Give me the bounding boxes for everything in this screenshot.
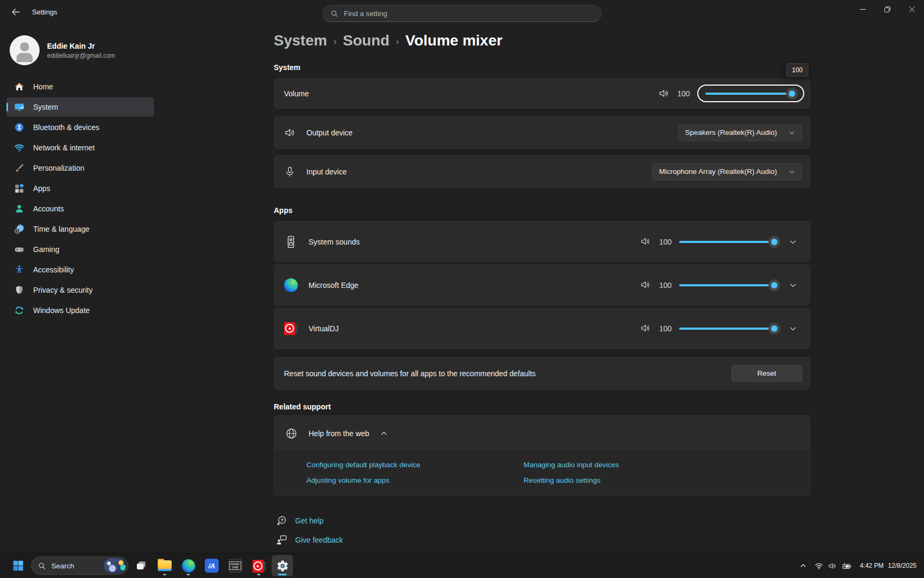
search-icon	[330, 10, 338, 18]
svg-text:?: ?	[281, 518, 283, 523]
sidebar-item-system[interactable]: System	[6, 97, 154, 117]
give-feedback-link[interactable]: Give feedback	[295, 536, 343, 544]
system-sounds-icon	[284, 235, 298, 249]
chevron-up-icon	[799, 562, 807, 569]
microsoft-edge-icon	[284, 278, 298, 292]
sidebar-item-label: Gaming	[33, 245, 59, 254]
sidebar-item-network-internet[interactable]: Network & internet	[6, 138, 154, 157]
minimize-button[interactable]	[850, 0, 875, 18]
give-feedback-row[interactable]: Give feedback	[276, 534, 810, 546]
search-highlight-image[interactable]	[104, 558, 126, 573]
speaker-output-icon	[284, 127, 296, 139]
taskbar-app-cluster: Search /A RANDONE	[7, 555, 293, 576]
speaker-icon[interactable]	[640, 279, 651, 291]
search-input[interactable]	[344, 10, 594, 18]
slider-thumb[interactable]	[768, 236, 780, 248]
app-volume-slider[interactable]	[679, 323, 779, 334]
get-help-icon: ?	[276, 515, 288, 527]
get-help-link[interactable]: Get help	[295, 516, 324, 525]
breadcrumb-sound[interactable]: Sound	[343, 32, 389, 49]
output-device-value: Speakers (Realtek(R) Audio)	[685, 128, 777, 136]
slider-thumb[interactable]	[768, 323, 780, 334]
restore-button[interactable]	[875, 0, 899, 18]
accessibility-icon	[14, 264, 25, 275]
sidebar-item-label: Accessibility	[33, 265, 74, 274]
breadcrumb-separator: ›	[334, 34, 337, 47]
app-volume-slider[interactable]	[679, 279, 779, 291]
back-arrow-icon	[11, 7, 20, 17]
app-volume-value: 100	[658, 281, 672, 290]
msa-app-button[interactable]: /A	[201, 555, 222, 576]
volume-row: Volume 100 100	[274, 78, 810, 109]
expand-row-button[interactable]	[784, 320, 802, 338]
speaker-icon[interactable]	[658, 88, 669, 99]
input-device-dropdown[interactable]: Microphone Array (Realtek(R) Audio)	[652, 163, 802, 180]
slider-thumb[interactable]	[768, 279, 780, 291]
sidebar-item-bluetooth-devices[interactable]: Bluetooth & devices	[6, 118, 154, 137]
start-button[interactable]	[7, 555, 29, 576]
help-link-adjusting-volume[interactable]: Adjusting volume for apps	[306, 476, 389, 484]
help-link-managing-input[interactable]: Managing audio input devices	[523, 461, 619, 469]
msa-app-icon: /A	[205, 559, 219, 573]
slider-thumb[interactable]	[786, 88, 798, 100]
chevron-down-icon	[789, 130, 795, 136]
slider-track[interactable]	[679, 328, 779, 330]
app-volume-slider[interactable]	[679, 236, 779, 248]
slider-track[interactable]	[679, 284, 779, 286]
sidebar-item-apps[interactable]: Apps	[6, 179, 154, 198]
settings-search-box[interactable]	[322, 5, 602, 22]
search-icon	[38, 562, 46, 570]
sidebar-item-accessibility[interactable]: Accessibility	[6, 260, 154, 279]
sidebar-item-home[interactable]: Home	[6, 77, 154, 96]
account-profile[interactable]: Eddie Kain Jr eddielkainjr@gmail.com	[0, 24, 160, 73]
virtualdj-icon	[252, 559, 266, 573]
sidebar-item-time-language[interactable]: Time & language	[6, 219, 154, 239]
help-from-web-header[interactable]: Help from the web	[274, 416, 810, 451]
sidebar-item-accounts[interactable]: Accounts	[6, 199, 154, 218]
output-device-row: Output device Speakers (Realtek(R) Audio…	[274, 116, 810, 149]
network-volume-battery-flyout[interactable]	[811, 556, 856, 575]
speaker-icon[interactable]	[640, 236, 651, 247]
footer-links: ? Get help Give feedback	[274, 515, 810, 546]
hidden-icons-button[interactable]	[796, 556, 811, 575]
help-link-configuring-playback[interactable]: Configuring default playback device	[306, 461, 420, 469]
sidebar-item-gaming[interactable]: Gaming	[6, 240, 154, 259]
get-help-row[interactable]: ? Get help	[276, 515, 810, 527]
microsoft-edge-icon	[182, 559, 195, 573]
volume-slider[interactable]	[705, 88, 796, 100]
expand-row-button[interactable]	[784, 233, 802, 251]
app-name: Microsoft Edge	[309, 281, 358, 290]
task-view-button[interactable]	[130, 555, 152, 576]
sidebar-item-label: Personalization	[33, 164, 84, 172]
sidebar-item-windows-update[interactable]: Windows Update	[6, 301, 154, 320]
settings-button[interactable]	[272, 555, 293, 576]
collapse-button[interactable]	[375, 424, 393, 443]
back-button[interactable]	[5, 3, 26, 20]
rand-one-app-button[interactable]: RANDONE	[225, 555, 246, 576]
sidebar-item-privacy-security[interactable]: Privacy & security	[6, 280, 154, 300]
help-link-resetting-audio[interactable]: Resetting audio settings	[523, 476, 600, 484]
breadcrumb: System › Sound › Volume mixer	[274, 32, 810, 49]
sidebar-item-personalization[interactable]: Personalization	[6, 158, 154, 178]
reset-button[interactable]: Reset	[732, 365, 802, 382]
file-explorer-button[interactable]	[154, 555, 175, 576]
slider-track[interactable]	[705, 93, 796, 95]
help-links-panel: Configuring default playback device Mana…	[274, 451, 810, 495]
input-device-label: Input device	[306, 168, 347, 176]
sidebar-item-label: Network & internet	[33, 143, 95, 152]
slider-track[interactable]	[679, 241, 779, 243]
taskbar-search-box[interactable]: Search	[31, 557, 128, 575]
expand-row-button[interactable]	[784, 276, 802, 294]
edge-button[interactable]	[178, 555, 199, 576]
breadcrumb-system[interactable]: System	[274, 32, 327, 49]
settings-gear-icon	[276, 559, 289, 573]
tray-date: 12/8/2025	[888, 561, 917, 570]
close-button[interactable]	[899, 0, 924, 18]
accounts-icon	[14, 203, 25, 214]
speaker-icon[interactable]	[640, 323, 651, 334]
clock-date[interactable]: 4:42 PM 12/8/2025	[856, 556, 920, 575]
help-from-web-title: Help from the web	[309, 429, 369, 438]
virtualdj-button[interactable]	[248, 555, 270, 576]
volume-label: Volume	[284, 89, 309, 98]
output-device-dropdown[interactable]: Speakers (Realtek(R) Audio)	[678, 124, 802, 141]
